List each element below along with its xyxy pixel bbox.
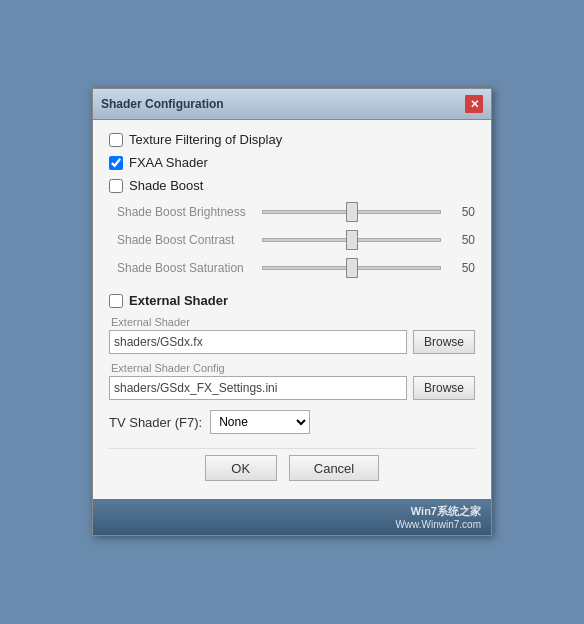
tv-shader-row: TV Shader (F7): None xyxy=(109,410,475,434)
fxaa-shader-row: FXAA Shader xyxy=(109,155,475,170)
shader-file-group: External Shader Browse xyxy=(109,316,475,354)
external-shader-checkbox[interactable] xyxy=(109,294,123,308)
sliders-section: Shade Boost Brightness 50 Shade Boost Co… xyxy=(109,201,475,293)
saturation-slider[interactable] xyxy=(262,266,441,270)
contrast-slider-wrapper xyxy=(262,238,441,242)
saturation-slider-wrapper xyxy=(262,266,441,270)
fxaa-shader-checkbox[interactable] xyxy=(109,156,123,170)
saturation-row: Shade Boost Saturation 50 xyxy=(117,261,475,275)
watermark: Win7系统之家 Www.Winwin7.com xyxy=(395,504,481,530)
contrast-value: 50 xyxy=(449,233,475,247)
window-title: Shader Configuration xyxy=(101,97,224,111)
external-shader-section: External Shader Browse External Shader C… xyxy=(109,316,475,400)
tv-shader-select[interactable]: None xyxy=(210,410,310,434)
tv-shader-label: TV Shader (F7): xyxy=(109,415,202,430)
contrast-row: Shade Boost Contrast 50 xyxy=(117,233,475,247)
brightness-slider[interactable] xyxy=(262,210,441,214)
shade-boost-checkbox[interactable] xyxy=(109,179,123,193)
shader-browse-button[interactable]: Browse xyxy=(413,330,475,354)
dialog-content: Texture Filtering of Display FXAA Shader… xyxy=(93,120,491,499)
fxaa-shader-label[interactable]: FXAA Shader xyxy=(129,155,208,170)
shade-boost-label[interactable]: Shade Boost xyxy=(129,178,203,193)
shader-config-row: Browse xyxy=(109,376,475,400)
shader-config-browse-button[interactable]: Browse xyxy=(413,376,475,400)
shader-file-input[interactable] xyxy=(109,330,407,354)
cancel-button[interactable]: Cancel xyxy=(289,455,379,481)
bottom-bar: Win7系统之家 Www.Winwin7.com xyxy=(93,499,491,535)
watermark-line2: Www.Winwin7.com xyxy=(395,519,481,530)
ok-button[interactable]: OK xyxy=(205,455,277,481)
close-button[interactable]: ✕ xyxy=(465,95,483,113)
external-shader-label[interactable]: External Shader xyxy=(129,293,228,308)
texture-filtering-checkbox[interactable] xyxy=(109,133,123,147)
saturation-value: 50 xyxy=(449,261,475,275)
texture-filtering-label[interactable]: Texture Filtering of Display xyxy=(129,132,282,147)
shader-file-row: Browse xyxy=(109,330,475,354)
texture-filtering-row: Texture Filtering of Display xyxy=(109,132,475,147)
external-shader-row: External Shader xyxy=(109,293,475,308)
title-bar: Shader Configuration ✕ xyxy=(93,89,491,120)
shade-boost-row: Shade Boost xyxy=(109,178,475,193)
brightness-label: Shade Boost Brightness xyxy=(117,205,262,219)
brightness-row: Shade Boost Brightness 50 xyxy=(117,205,475,219)
button-row: OK Cancel xyxy=(109,448,475,485)
contrast-slider[interactable] xyxy=(262,238,441,242)
brightness-slider-wrapper xyxy=(262,210,441,214)
brightness-value: 50 xyxy=(449,205,475,219)
contrast-label: Shade Boost Contrast xyxy=(117,233,262,247)
shader-config-label: External Shader Config xyxy=(109,362,475,374)
shader-file-label: External Shader xyxy=(109,316,475,328)
saturation-label: Shade Boost Saturation xyxy=(117,261,262,275)
watermark-line1: Win7系统之家 xyxy=(395,504,481,519)
shader-config-group: External Shader Config Browse xyxy=(109,362,475,400)
shader-config-input[interactable] xyxy=(109,376,407,400)
